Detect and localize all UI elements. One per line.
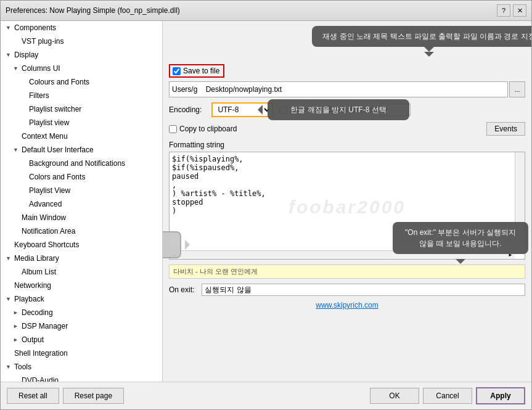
callout-filepath: 재생 중인 노래 제목 텍스트 파일로 출력할 파일 이름과 경로 지정 [312,26,531,47]
tree-label: Context Menu [22,131,68,142]
expand-icon: ▼ [6,361,13,372]
tree-label: Notification Area [22,226,75,237]
tree-label: Output [22,334,44,345]
tree-item-components[interactable]: ▼ Components [1,21,162,35]
formatting-label: Formatting string [169,141,525,149]
tree-item-playlist-view2[interactable]: Playlist View [1,184,162,197]
save-to-file-section: Save to file ... Encoding: UTF-8 UTF-16 … [169,64,525,310]
tree-label: Decoding [22,307,53,318]
title-bar-controls: ? ✕ [497,4,526,17]
save-to-file-row: Save to file [169,64,525,78]
tree-label: Display [14,49,38,60]
tree-label: DSP Manager [22,321,68,332]
tree-label: Tools [14,361,31,372]
tree-item-playback[interactable]: ▼ Playback [1,292,162,306]
expand-icon: ▼ [13,144,20,155]
preferences-dialog: Preferences: Now Playing Simple (foo_np_… [0,0,532,410]
tree-item-media-library[interactable]: ▼ Media Library [1,252,162,265]
callout-now-playing: Now Playing Simple [163,231,181,258]
expand-icon: ▼ [6,253,13,264]
save-to-file-checkbox[interactable] [173,67,181,75]
tree-item-tools[interactable]: ▼ Tools [1,360,162,374]
encoding-row: Encoding: UTF-8 UTF-16 ANSI Log mode Del… [169,102,525,117]
main-panel: 재생 중인 노래 제목 텍스트 파일로 출력할 파일 이름과 경로 지정 Sav… [163,21,531,382]
tree-item-columnsui[interactable]: ▼ Columns UI [1,62,162,75]
file-path-input[interactable] [169,81,508,97]
tree-item-album-list[interactable]: Album List [1,265,162,279]
bottom-left-buttons: Reset all Reset page [7,388,366,404]
on-exit-input[interactable] [202,284,525,296]
content-area: ▼ Components VST plug-ins ▼ Display ▼ Co… [1,21,531,382]
tree-label: Album List [22,266,56,277]
close-button[interactable]: ✕ [513,4,526,17]
tree-label: Playlist switcher [29,104,81,115]
tree-label: Shell Integration [14,348,68,359]
tree-item-playlist-view[interactable]: Playlist view [1,116,162,129]
expand-icon: ► [13,307,20,318]
clipboard-row: Copy to clipboard Events [169,122,525,136]
callout-on-exit: "On exit:" 부분은 서버가 실행되지 않을 때 보일 내용입니다. [393,222,528,254]
tree-label: Filters [29,90,49,101]
cancel-button[interactable]: Cancel [423,388,472,404]
tree-label: VST plug-ins [22,36,63,47]
save-to-file-label[interactable]: Save to file [169,64,224,78]
callout-encoding: 한글 깨짐을 방지 UTF-8 선택 [268,99,409,120]
tree-item-bg-notifications[interactable]: Background and Notifications [1,157,162,170]
help-button[interactable]: ? [497,4,510,17]
expand-icon: ► [13,321,20,332]
reset-page-button[interactable]: Reset page [63,388,124,404]
tree-label: Playlist view [29,117,69,128]
tree-item-notification-area[interactable]: Notification Area [1,224,162,238]
tree-item-vst[interactable]: VST plug-ins [1,35,162,48]
sidebar: ▼ Components VST plug-ins ▼ Display ▼ Co… [1,21,163,382]
tree-label: Playlist View [29,185,70,196]
copy-clipboard-label[interactable]: Copy to clipboard [169,125,237,133]
tree-item-advanced[interactable]: Advanced [1,197,162,211]
expand-icon: ▼ [6,22,13,33]
expand-icon: ▼ [6,49,13,60]
tree-item-colors-fonts[interactable]: Colors and Fonts [1,170,162,184]
dialog-title: Preferences: Now Playing Simple (foo_np_… [6,6,180,15]
tree-item-main-window[interactable]: Main Window [1,211,162,224]
on-exit-row: On exit: "On exit:" 부분은 서버가 실행되지 않을 때 보일… [169,284,525,296]
tree-label: Networking [14,280,51,291]
browse-button[interactable]: ... [509,81,525,97]
status-bar: 다비치 - 나의 오랜 연인에게 [169,264,525,279]
tree-item-decoding[interactable]: ► Decoding [1,306,162,319]
tree-item-networking[interactable]: Networking [1,279,162,292]
tree-label: Playback [14,293,44,305]
apply-button[interactable]: Apply [476,387,525,404]
tree-label: Media Library [14,253,59,264]
tree-item-filters[interactable]: Filters [1,89,162,102]
tree-item-output[interactable]: ► Output [1,333,162,346]
events-button[interactable]: Events [486,122,525,136]
on-exit-label: On exit: [169,285,194,294]
tree-item-dsp-manager[interactable]: ► DSP Manager [1,319,162,333]
tree-label: Default User Interface [22,144,94,155]
tree-item-keyboard-shortcuts[interactable]: Keyboard Shortcuts [1,238,162,252]
link-row: www.skipyrich.com [169,301,525,310]
tree-item-dvd-audio[interactable]: DVD-Audio [1,374,162,382]
ok-button[interactable]: OK [370,388,419,404]
reset-all-button[interactable]: Reset all [7,388,59,404]
file-path-row: ... [169,81,525,97]
tree-item-context-menu[interactable]: Context Menu [1,129,162,143]
tree-label: Advanced [29,199,62,210]
title-bar: Preferences: Now Playing Simple (foo_np_… [1,1,531,21]
tree-item-display[interactable]: ▼ Display [1,48,162,62]
tree-item-colours-fonts[interactable]: Colours and Fonts [1,75,162,89]
copy-clipboard-checkbox[interactable] [169,125,177,133]
website-link[interactable]: www.skipyrich.com [316,301,378,310]
tree-label: Components [14,22,56,33]
expand-icon: ▼ [13,63,20,74]
tree-item-default-ui[interactable]: ▼ Default User Interface [1,143,162,157]
tree-item-playlist-switcher[interactable]: Playlist switcher [1,102,162,116]
encoding-select[interactable]: UTF-8 UTF-16 ANSI [211,102,273,117]
tree-label: Keyboard Shortcuts [14,239,79,250]
tree-label: Colours and Fonts [29,76,89,88]
tree-label: Background and Notifications [29,158,125,169]
tree-label: Columns UI [22,63,60,74]
encoding-label: Encoding: [169,105,202,114]
expand-icon: ► [13,334,20,345]
tree-item-shell-integration[interactable]: Shell Integration [1,346,162,360]
